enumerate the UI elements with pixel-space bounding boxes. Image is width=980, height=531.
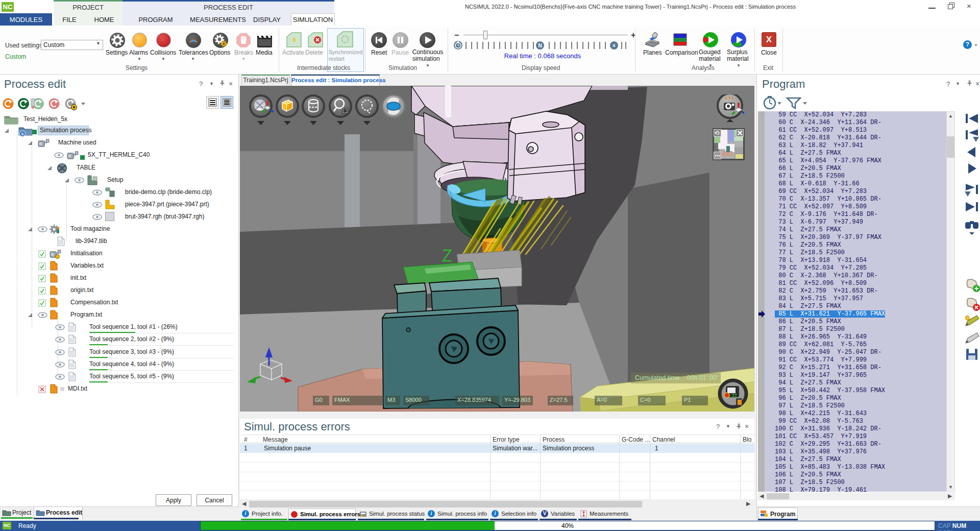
svg-text:N: N bbox=[538, 43, 542, 49]
svg-text:S: S bbox=[21, 132, 24, 136]
svg-text:×: × bbox=[612, 43, 616, 49]
